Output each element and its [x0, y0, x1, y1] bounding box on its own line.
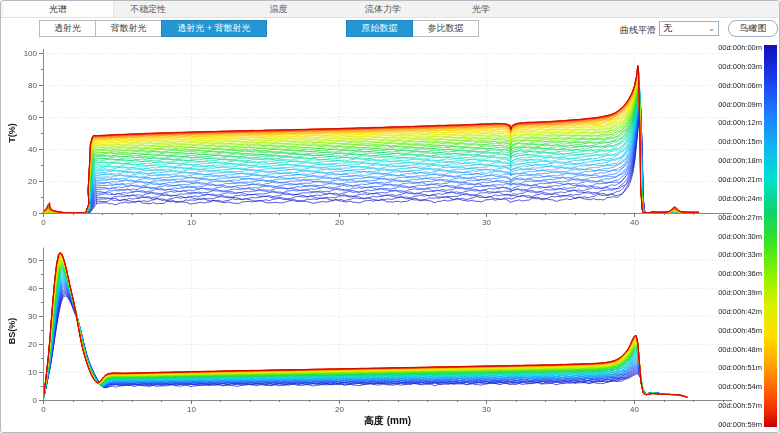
- app-window: 光谱不稳定性温度流体力学光学 透射光背散射光透射光 + 背散射光 原始数据参比数…: [0, 0, 780, 433]
- data-source-button-1[interactable]: 原始数据: [346, 20, 413, 37]
- legend-time-label: 00d:00h:15m: [718, 137, 762, 146]
- toolbar: 透射光背散射光透射光 + 背散射光 原始数据参比数据 曲线平滑 无 ⌄ 鸟瞰图: [1, 18, 779, 40]
- tab-4[interactable]: 流体力学: [333, 1, 433, 17]
- scan-type-button-1[interactable]: 透射光: [39, 20, 96, 37]
- tab-3[interactable]: 温度: [231, 1, 326, 17]
- legend-time-label: 00d:00h:57m: [718, 401, 762, 410]
- curve-smoothing-label: 曲线平滑: [620, 24, 656, 37]
- scan-type-button-2[interactable]: 背散射光: [95, 20, 162, 37]
- legend-time-label: 00d:00h:06m: [718, 80, 762, 89]
- time-legend: 00d:00h:00m00d:00h:03m00d:00h:06m00d:00h…: [729, 1, 779, 432]
- legend-time-label: 00d:00h:30m: [718, 231, 762, 240]
- tab-2[interactable]: 不稳定性: [113, 1, 183, 17]
- charts-canvas: [1, 1, 780, 433]
- legend-time-label: 00d:00h:33m: [718, 250, 762, 259]
- legend-time-label: 00d:00h:36m: [718, 269, 762, 278]
- legend-time-label: 00d:00h:45m: [718, 325, 762, 334]
- legend-time-label: 00d:00h:39m: [718, 288, 762, 297]
- tab-bar: 光谱不稳定性温度流体力学光学: [1, 1, 779, 18]
- legend-colorbar: [764, 45, 777, 427]
- scan-type-button-group: 透射光背散射光透射光 + 背散射光: [39, 20, 267, 37]
- legend-time-label: 00d:00h:03m: [718, 61, 762, 70]
- legend-time-label: 00d:00h:00m: [718, 43, 762, 52]
- legend-time-label: 00d:00h:54m: [718, 382, 762, 391]
- legend-time-label: 00d:00h:24m: [718, 193, 762, 202]
- scan-type-button-3[interactable]: 透射光 + 背散射光: [161, 20, 267, 37]
- legend-time-label: 00d:00h:18m: [718, 156, 762, 165]
- tab-1[interactable]: 光谱: [3, 1, 114, 17]
- legend-time-label: 00d:00h:12m: [718, 118, 762, 127]
- legend-time-label: 00d:00h:09m: [718, 99, 762, 108]
- legend-time-label: 00d:00h:42m: [718, 306, 762, 315]
- legend-time-label: 00d:00h:27m: [718, 212, 762, 221]
- tab-5[interactable]: 光学: [437, 1, 525, 17]
- chevron-down-icon: ⌄: [708, 26, 715, 32]
- legend-time-label: 00d:00h:21m: [718, 174, 762, 183]
- curve-smoothing-value: 无: [663, 22, 708, 35]
- data-source-button-group: 原始数据参比数据: [346, 20, 479, 37]
- legend-time-label: 00d:00h:51m: [718, 363, 762, 372]
- curve-smoothing-select[interactable]: 无 ⌄: [659, 21, 719, 36]
- data-source-button-2[interactable]: 参比数据: [412, 20, 479, 37]
- legend-time-label: 00d:00h:48m: [718, 344, 762, 353]
- legend-time-label: 00d:00h:59m: [718, 420, 762, 429]
